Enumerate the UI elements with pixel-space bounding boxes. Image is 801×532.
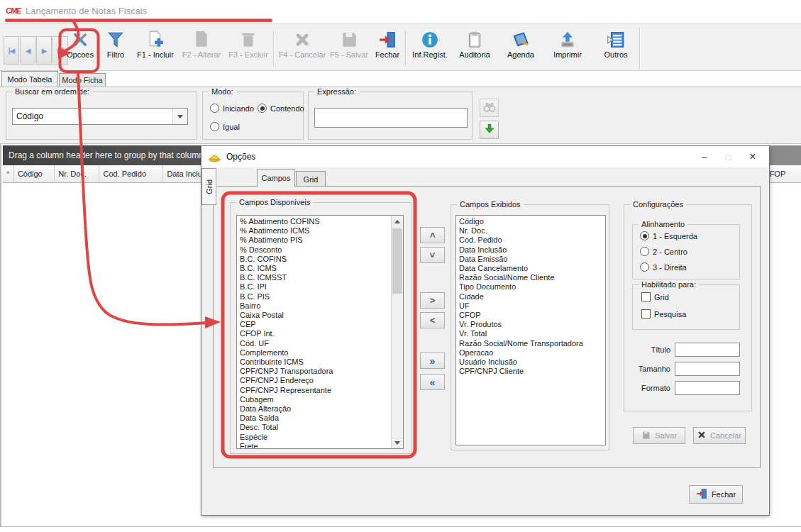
displayed-field-item[interactable]: CFOP (456, 311, 605, 320)
displayed-field-item[interactable]: Código (456, 217, 605, 226)
chevron-down-icon[interactable] (172, 109, 187, 124)
toolbar-button-opcoes[interactable]: Opcoes (62, 29, 98, 67)
toolbar-button-auditoria[interactable]: Auditoria (453, 29, 496, 67)
move-up-button[interactable]: > (420, 227, 445, 243)
toolbar-button-fechar[interactable]: Fechar (371, 29, 404, 67)
column-header-nr-doc[interactable]: Nr. Doc. (55, 165, 99, 183)
displayed-field-item[interactable]: Tipo Documento (456, 282, 605, 292)
add-all-fields-button[interactable]: » (420, 353, 445, 369)
displayed-field-item[interactable]: Razão Social/Nome Cliente (456, 273, 605, 282)
scrollbar-thumb[interactable] (392, 228, 402, 294)
move-down-button[interactable]: > (420, 247, 445, 263)
scroll-up-icon[interactable] (392, 216, 403, 227)
available-field-item[interactable]: % Abatimento PIS (237, 235, 392, 245)
available-field-item[interactable]: B.C. PIS (237, 292, 392, 301)
available-field-item[interactable]: CFOP Int. (237, 329, 392, 338)
side-tab-grid[interactable]: Grid (201, 168, 216, 205)
radio-direita[interactable]: 3 - Direita (640, 262, 687, 272)
available-field-item[interactable]: Desc. Total (237, 423, 392, 432)
scroll-down-icon[interactable] (392, 437, 403, 448)
displayed-field-item[interactable]: Vr. Produtos (456, 320, 605, 329)
search-binoculars-button[interactable] (480, 99, 499, 117)
toolbar-button-f3-excluir[interactable]: F3 - Excluir (226, 29, 270, 67)
dialog-tab-campos[interactable]: Campos (257, 169, 295, 187)
available-field-item[interactable]: Cód. UF (237, 339, 392, 348)
toolbar-button-filtro[interactable]: Filtro (100, 29, 131, 67)
displayed-field-item[interactable]: Cod. Pedido (456, 235, 605, 245)
radio-centro[interactable]: 2 - Centro (640, 247, 687, 256)
apply-search-button[interactable] (480, 121, 499, 139)
minimize-icon[interactable]: – (692, 148, 717, 166)
toolbar-button-outros[interactable]: Outros (595, 29, 636, 67)
dialog-titlebar[interactable]: Opções – □ × (201, 146, 769, 167)
available-field-item[interactable]: Caixa Postal (237, 311, 392, 320)
radio-iniciando[interactable]: Iniciando (210, 104, 254, 113)
toolbar-button-f5-salvar[interactable]: F5 - Salvar (328, 29, 370, 67)
displayed-field-item[interactable]: Usuário Inclusão (456, 358, 605, 367)
available-field-item[interactable]: Cubagem (237, 395, 392, 404)
displayed-field-item[interactable]: Vr. Total (456, 329, 605, 338)
scrollbar[interactable] (391, 216, 403, 448)
displayed-field-item[interactable]: Razão Social/Nome Transportadora (456, 339, 605, 348)
nav-first-button[interactable]: |◀ (4, 36, 19, 65)
available-field-item[interactable]: % Desconto (237, 245, 392, 255)
column-header-cod-pedido[interactable]: Cod. Pedido (99, 165, 163, 183)
available-field-item[interactable]: Data Saída (237, 414, 392, 423)
displayed-fields-listbox[interactable]: CódigoNr. Doc.Cod. PedidoData InclusãoDa… (455, 215, 606, 445)
dialog-tab-grid[interactable]: Grid (296, 171, 326, 187)
displayed-field-item[interactable]: Data Inclusão (456, 245, 605, 255)
toolbar-button-imprimir[interactable]: Imprimir (546, 29, 590, 67)
displayed-field-item[interactable]: Operacao (456, 348, 605, 358)
available-field-item[interactable]: Data Alteração (237, 404, 392, 414)
displayed-field-item[interactable]: Data Emissão (456, 255, 605, 264)
available-field-item[interactable]: CEP (237, 320, 392, 329)
available-field-item[interactable]: B.C. IPI (237, 282, 392, 292)
checkbox-pesquisa[interactable]: Pesquisa (641, 309, 686, 318)
add-field-button[interactable]: > (420, 292, 445, 309)
tab-modo-tabela[interactable]: Modo Tabela (1, 71, 58, 87)
toolbar-button-f1-incluir[interactable]: F1 - Incluir (133, 29, 178, 67)
nav-next-button[interactable]: ▶ (36, 36, 52, 65)
remove-all-fields-button[interactable]: « (420, 374, 445, 390)
available-field-item[interactable]: B.C. ICMS (237, 264, 392, 273)
cancelar-button[interactable]: Cancelar (693, 427, 746, 444)
available-field-item[interactable]: % Abatimento ICMS (237, 226, 392, 235)
available-field-item[interactable]: CPF/CNPJ Transportadora (237, 367, 392, 376)
available-field-item[interactable]: CPF/CNPJ Endereço (237, 376, 392, 385)
available-field-item[interactable]: Complemento (237, 348, 392, 358)
nav-prior-button[interactable]: ◀ (20, 36, 35, 65)
tamanho-input[interactable] (675, 362, 740, 376)
radio-contendo[interactable]: Contendo (258, 104, 304, 113)
available-fields-listbox[interactable]: % Abatimento COFINS% Abatimento ICMS% Ab… (236, 215, 404, 449)
toolbar-button-agenda[interactable]: Agenda (499, 29, 543, 67)
displayed-field-item[interactable]: CPF/CNPJ Cliente (456, 367, 605, 376)
search-order-combobox[interactable]: Código (12, 108, 188, 125)
toolbar-button-f4-cancelar[interactable]: F4 - Cancelar (277, 29, 327, 67)
radio-igual[interactable]: Igual (210, 122, 240, 131)
available-field-item[interactable]: Espécie (237, 433, 392, 442)
radio-esquerda[interactable]: 1 - Esquerda (640, 231, 697, 240)
available-field-item[interactable]: B.C. ICMSST (237, 273, 392, 282)
displayed-field-item[interactable]: Cidade (456, 292, 605, 301)
titulo-input[interactable] (675, 343, 740, 357)
toolbar-button-inf-regist[interactable]: Inf.Regist. (409, 29, 451, 67)
available-field-item[interactable]: Frete (237, 442, 392, 448)
formato-input[interactable] (675, 381, 740, 395)
remove-field-button[interactable]: < (420, 312, 445, 328)
expression-input[interactable] (314, 108, 468, 128)
checkbox-grid[interactable]: Grid (641, 292, 669, 301)
displayed-field-item[interactable]: Data Cancelamento (456, 264, 605, 273)
displayed-field-item[interactable]: Nr. Doc. (456, 226, 605, 235)
toolbar-button-f2-alterar[interactable]: F2 - Alterar (179, 29, 223, 67)
fechar-button[interactable]: Fechar (689, 485, 743, 504)
available-field-item[interactable]: % Abatimento COFINS (237, 217, 392, 226)
available-field-item[interactable]: CPF/CNPJ Representante (237, 386, 392, 395)
maximize-icon[interactable]: □ (717, 148, 741, 166)
available-field-item[interactable]: Bairro (237, 301, 392, 311)
salvar-button[interactable]: Salvar (633, 427, 685, 444)
displayed-field-item[interactable]: UF (456, 301, 605, 311)
available-field-item[interactable]: B.C. COFINS (237, 255, 392, 264)
column-header-codigo[interactable]: Código (14, 165, 55, 183)
close-icon[interactable]: × (741, 148, 765, 166)
available-field-item[interactable]: Contribuinte ICMS (237, 358, 392, 367)
